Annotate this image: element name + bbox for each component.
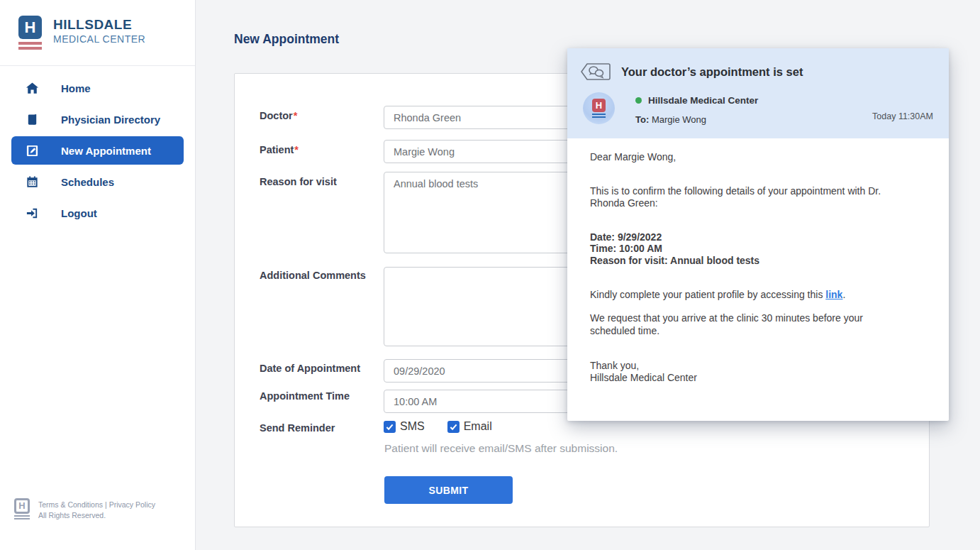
hospital-logo-icon: H — [18, 16, 43, 52]
email-closing-org: Hillsdale Medical Center — [590, 372, 909, 384]
required-marker: * — [294, 110, 298, 121]
checkbox-checked-icon — [447, 421, 460, 433]
timestamp: Today 11:30AM — [872, 111, 933, 121]
sidebar-item-new-appointment[interactable]: New Appointment — [11, 136, 184, 165]
time-label: Appointment Time — [260, 390, 384, 402]
rights-text: All Rights Reserved. — [38, 510, 155, 522]
popup-title: Your doctor’s appointment is set — [621, 65, 803, 79]
sidebar-footer: H Terms & Conditions | Privacy Policy Al… — [14, 498, 155, 522]
recipient-name: Margie Wong — [652, 114, 706, 125]
required-marker: * — [294, 144, 299, 155]
sidebar-item-schedules[interactable]: Schedules — [11, 167, 184, 196]
reminder-options: SMS Email — [384, 420, 492, 433]
home-icon — [26, 81, 40, 95]
recipient-row: To: Margie Wong — [635, 114, 706, 125]
brand-name-line1: HILLSDALE — [53, 18, 145, 31]
date-label: Date of Appointment — [260, 363, 384, 374]
appointment-confirmation-popup: Your doctor’s appointment is set H Hills… — [567, 48, 949, 421]
sidebar-item-logout[interactable]: Logout — [11, 199, 184, 227]
privacy-link[interactable]: Privacy Policy — [109, 500, 155, 509]
email-details: Date: 9/29/2022 Time: 10:00 AM Reason fo… — [590, 231, 909, 267]
sms-checkbox-label: SMS — [400, 420, 425, 433]
message-tag-icon — [580, 61, 611, 87]
sidebar-item-home[interactable]: Home — [11, 74, 184, 102]
sidebar-item-label: Physician Directory — [61, 114, 160, 126]
brand-name: HILLSDALE MEDICAL CENTER — [53, 16, 145, 44]
logo-letter: H — [18, 16, 42, 39]
submit-button[interactable]: SUBMIT — [384, 476, 513, 504]
page-title: New Appointment — [234, 32, 339, 47]
avatar-hospital-icon: H — [592, 99, 606, 112]
reason-label: Reason for visit — [260, 176, 384, 187]
email-body: Dear Margie Wong, This is to confirm the… — [590, 151, 909, 384]
comments-label: Additional Comments — [260, 270, 384, 281]
email-checkbox[interactable]: Email — [447, 420, 492, 433]
patient-label: Patient* — [260, 144, 384, 155]
email-profile-line: Kindly complete your patient profile by … — [590, 289, 909, 301]
checkbox-checked-icon — [384, 421, 396, 433]
sender-avatar: H — [583, 92, 615, 124]
terms-link[interactable]: Terms & Conditions — [38, 500, 103, 509]
sms-checkbox[interactable]: SMS — [384, 420, 425, 433]
book-icon — [26, 112, 40, 126]
sidebar-item-physician-directory[interactable]: Physician Directory — [11, 105, 184, 133]
logo-bars — [18, 42, 43, 50]
email-reason-line: Reason for visit: Annual blood tests — [590, 255, 759, 266]
logout-icon — [26, 206, 40, 220]
submission-note: Patient will receive email/SMS after sub… — [384, 442, 618, 455]
email-closing-thanks: Thank you, — [590, 360, 909, 372]
email-checkbox-label: Email — [464, 420, 492, 433]
sidebar-divider — [0, 65, 195, 66]
footer-text: Terms & Conditions | Privacy Policy All … — [38, 498, 155, 522]
email-date-line: Date: 9/29/2022 — [590, 231, 662, 243]
sidebar: H HILLSDALE MEDICAL CENTER Home Physicia… — [0, 0, 196, 550]
sender-name: Hillsdale Medical Center — [648, 95, 758, 106]
calendar-icon — [26, 175, 40, 189]
email-time-line: Time: 10:00 AM — [590, 243, 662, 254]
popup-header: Your doctor’s appointment is set H Hills… — [567, 48, 949, 138]
patient-profile-link[interactable]: link — [825, 289, 842, 300]
online-status-dot — [635, 97, 642, 104]
pencil-icon — [26, 143, 40, 158]
send-reminder-label: Send Reminder — [260, 422, 384, 434]
email-greeting: Dear Margie Wong, — [590, 151, 909, 163]
sender-row: Hillsdale Medical Center — [635, 95, 758, 106]
to-label: To: — [635, 114, 649, 125]
sidebar-item-label: Schedules — [61, 176, 114, 188]
brand-name-line2: MEDICAL CENTER — [53, 34, 145, 44]
brand-logo: H HILLSDALE MEDICAL CENTER — [18, 16, 145, 52]
sidebar-item-label: Logout — [61, 207, 97, 219]
sidebar-item-label: New Appointment — [61, 145, 151, 157]
email-intro: This is to confirm the following details… — [590, 185, 909, 209]
sidebar-nav: Home Physician Directory New Appointment… — [11, 74, 184, 230]
doctor-label: Doctor* — [260, 110, 384, 121]
footer-separator: | — [105, 500, 107, 509]
sidebar-item-label: Home — [61, 82, 91, 94]
email-arrive-line: We request that you arrive at the clinic… — [590, 312, 909, 336]
footer-logo-icon: H — [14, 498, 30, 522]
